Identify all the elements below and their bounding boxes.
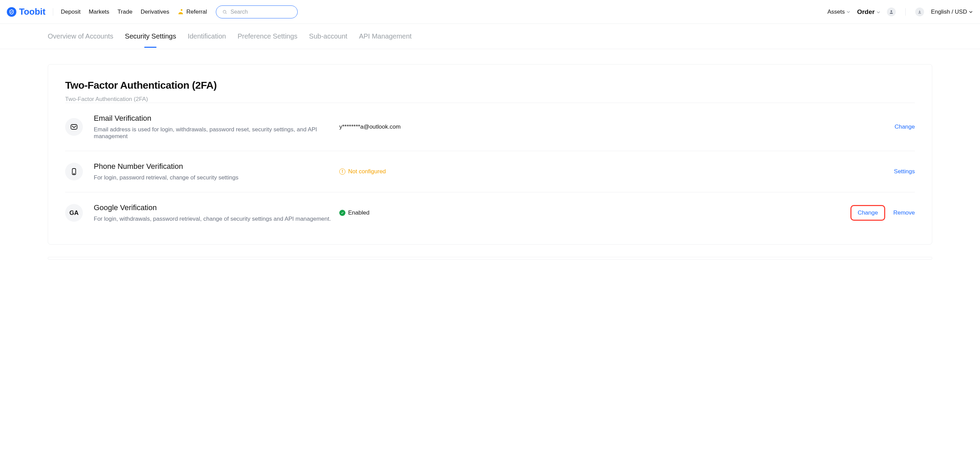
download-button[interactable] [915,8,924,16]
row-google-verification: GA Google Verification For login, withdr… [65,192,915,233]
svg-point-1 [223,10,226,13]
phone-status: ! Not configured [339,168,894,175]
nav-trade[interactable]: Trade [118,8,133,15]
nav-deposit[interactable]: Deposit [61,8,81,15]
google-auth-icon: GA [65,204,83,222]
brand-logo[interactable]: Toobit [7,6,45,17]
search-input[interactable] [231,9,291,15]
account-subnav: Overview of Accounts Security Settings I… [0,24,980,49]
phone-settings-button[interactable]: Settings [894,168,915,175]
section-title: Two-Factor Authentication (2FA) [65,80,915,91]
brand-name: Toobit [19,6,45,17]
google-status: Enabled [339,209,850,216]
nav-derivatives[interactable]: Derivatives [140,8,169,15]
nav-referral[interactable]: Referral [177,8,207,15]
tab-security[interactable]: Security Settings [125,25,176,48]
check-icon [339,210,345,216]
divider [905,8,906,16]
order-dropdown[interactable]: Order [857,8,880,16]
assets-dropdown[interactable]: Assets [827,8,850,15]
row-title: Google Verification [94,203,339,212]
search-box[interactable] [216,5,298,18]
tab-api[interactable]: API Management [359,25,412,48]
primary-nav: Deposit Markets Trade Derivatives [61,8,169,15]
search-icon [222,9,227,15]
tab-overview[interactable]: Overview of Accounts [48,25,113,48]
language-currency-label: English / USD [931,8,967,15]
row-phone-verification: Phone Number Verification For login, pas… [65,151,915,192]
order-label: Order [857,8,875,16]
row-description: For login, password retrieval, change of… [94,174,339,181]
twofa-card: Two-Factor Authentication (2FA) Two-Fact… [48,64,932,244]
section-subtitle: Two-Factor Authentication (2FA) [65,96,915,103]
svg-point-5 [74,173,74,174]
top-bar: Toobit Deposit Markets Trade Derivatives… [0,0,980,24]
row-title: Phone Number Verification [94,162,339,171]
phone-icon [65,163,83,180]
tab-identification[interactable]: Identification [188,25,226,48]
assets-label: Assets [827,8,845,15]
row-description: For login, withdrawals, password retriev… [94,215,339,222]
google-remove-button[interactable]: Remove [893,209,915,216]
row-description: Email address is used for login, withdra… [94,126,339,140]
email-change-button[interactable]: Change [894,123,915,130]
row-title: Email Verification [94,114,339,123]
nav-referral-label: Referral [186,8,207,15]
svg-point-0 [181,9,183,11]
svg-rect-3 [71,124,77,129]
top-right-group: Assets Order English / USD [827,8,972,16]
google-auth-icon-text: GA [70,209,79,217]
mail-icon [65,118,83,136]
email-masked: y********a@outlook.com [339,123,401,130]
email-value: y********a@outlook.com [339,123,894,130]
language-currency-dropdown[interactable]: English / USD [931,8,972,15]
warning-icon: ! [339,169,345,175]
row-email-verification: Email Verification Email address is used… [65,103,915,151]
tab-preference[interactable]: Preference Settings [238,25,298,48]
caret-down-icon [847,8,850,15]
caret-down-icon [969,8,972,15]
content-area: Two-Factor Authentication (2FA) Two-Fact… [0,49,980,292]
nav-markets[interactable]: Markets [89,8,109,15]
referral-icon [177,8,184,15]
google-change-button[interactable]: Change [858,209,878,216]
svg-point-2 [891,10,892,12]
account-avatar[interactable] [887,8,896,16]
divider [53,8,53,16]
next-card-peek [48,257,932,260]
highlight-annotation: Change [850,205,885,221]
google-status-text: Enabled [348,209,369,216]
caret-down-icon [877,8,880,16]
phone-status-text: Not configured [348,168,386,175]
brand-logo-icon [7,7,16,17]
tab-subaccount[interactable]: Sub-account [309,25,347,48]
